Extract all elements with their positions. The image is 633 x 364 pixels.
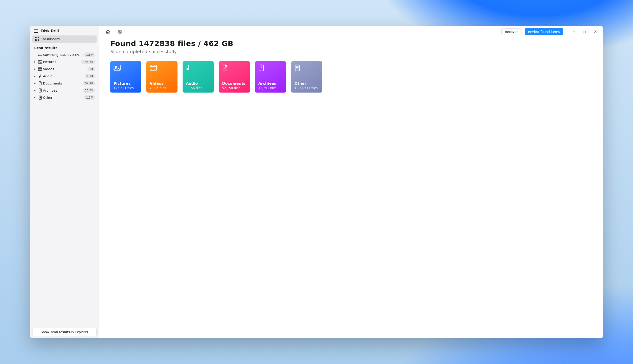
svg-point-0 bbox=[41, 54, 42, 55]
content: Found 1472838 files / 462 GB Scan comple… bbox=[99, 38, 603, 94]
archive-icon bbox=[258, 64, 283, 72]
audio-icon bbox=[37, 74, 43, 78]
sidebar-item-audio[interactable]: ▸ Audio 1.2K bbox=[32, 72, 97, 80]
sidebar: Disk Drill Dashboard Scan results ▸ Sams… bbox=[30, 26, 99, 338]
sidebar-item-label: Documents bbox=[43, 82, 83, 85]
sidebar-item-archives[interactable]: ▸ Archives 13.4K bbox=[32, 87, 97, 94]
app-title: Disk Drill bbox=[41, 29, 59, 33]
card-title: Audio bbox=[186, 81, 210, 86]
sidebar-item-badge: 13.4K bbox=[83, 88, 95, 92]
card-files: 145,531 files bbox=[113, 86, 138, 90]
sidebar-device[interactable]: ▸ Samsung SSD 970 EVO... 1.5M bbox=[32, 51, 97, 58]
sidebar-device-badge: 1.5M bbox=[84, 52, 95, 57]
document-icon bbox=[37, 81, 43, 86]
review-found-items-button[interactable]: Review found items bbox=[525, 28, 563, 35]
svg-point-2 bbox=[39, 61, 40, 62]
window-controls bbox=[569, 28, 601, 36]
sidebar-item-pictures[interactable]: ▸ Pictures 145.5K bbox=[32, 58, 97, 66]
hamburger-icon[interactable] bbox=[34, 29, 38, 33]
sidebar-item-label: Other bbox=[43, 96, 84, 100]
sidebar-item-documents[interactable]: ▸ Documents 52.2K bbox=[32, 80, 97, 87]
sidebar-item-badge: 145.5K bbox=[81, 60, 95, 64]
maximize-button[interactable] bbox=[579, 28, 590, 36]
chevron-right-icon: ▸ bbox=[33, 74, 37, 78]
check-icon bbox=[118, 30, 122, 34]
show-in-explorer-button[interactable]: Show scan results in Explorer bbox=[32, 328, 97, 336]
sidebar-item-videos[interactable]: ▸ Videos 3K bbox=[32, 66, 97, 72]
svg-rect-5 bbox=[39, 96, 42, 100]
svg-rect-6 bbox=[584, 31, 585, 33]
app-window: Disk Drill Dashboard Scan results ▸ Sams… bbox=[30, 26, 603, 338]
sidebar-item-badge: 3K bbox=[87, 67, 95, 71]
card-files: 52,158 files bbox=[222, 86, 247, 90]
card-archives[interactable]: Archives 13,391 files bbox=[255, 61, 286, 92]
home-button[interactable] bbox=[104, 28, 112, 36]
audio-icon bbox=[186, 64, 210, 72]
video-icon bbox=[37, 67, 43, 71]
chevron-right-icon: ▸ bbox=[33, 89, 37, 92]
category-cards: Pictures 145,531 files Videos 2,985 file… bbox=[110, 61, 592, 92]
picture-icon bbox=[37, 60, 43, 64]
chevron-right-icon: ▸ bbox=[33, 68, 37, 70]
picture-icon bbox=[113, 64, 138, 72]
card-title: Documents bbox=[222, 81, 247, 86]
video-icon bbox=[150, 64, 174, 72]
card-title: Archives bbox=[258, 81, 283, 86]
card-files: 2,985 files bbox=[150, 86, 174, 90]
svg-rect-9 bbox=[150, 65, 156, 70]
minimize-button[interactable] bbox=[569, 28, 579, 36]
card-other[interactable]: Other 1,257,617 files bbox=[291, 61, 322, 92]
sidebar-item-label: Pictures bbox=[43, 60, 81, 64]
nav-dashboard-label: Dashboard bbox=[42, 37, 60, 41]
card-files: 1,156 files bbox=[186, 86, 210, 90]
svg-rect-11 bbox=[295, 65, 300, 71]
sidebar-header: Disk Drill bbox=[32, 28, 97, 36]
sidebar-item-label: Archives bbox=[43, 89, 83, 92]
subhead: Scan completed successfully bbox=[110, 49, 592, 54]
toolbar: Recover Review found items bbox=[99, 26, 603, 38]
sidebar-item-label: Videos bbox=[43, 67, 87, 71]
status-indicator bbox=[116, 28, 124, 36]
sidebar-device-label: Samsung SSD 970 EVO... bbox=[43, 53, 84, 57]
sidebar-item-other[interactable]: ▸ Other 1.3M bbox=[32, 94, 97, 101]
card-pictures[interactable]: Pictures 145,531 files bbox=[110, 61, 141, 92]
svg-rect-7 bbox=[114, 65, 120, 70]
chevron-right-icon: ▸ bbox=[33, 60, 37, 63]
card-title: Pictures bbox=[113, 81, 138, 86]
sidebar-section-header: Scan results bbox=[32, 43, 97, 51]
other-icon bbox=[37, 96, 43, 100]
nav-dashboard[interactable]: Dashboard bbox=[32, 36, 97, 43]
document-icon bbox=[222, 64, 247, 72]
chevron-right-icon: ▸ bbox=[33, 82, 37, 85]
other-icon bbox=[294, 64, 319, 72]
close-button[interactable] bbox=[590, 28, 601, 36]
svg-rect-3 bbox=[39, 68, 42, 70]
headline: Found 1472838 files / 462 GB bbox=[110, 39, 592, 48]
minimize-icon bbox=[573, 30, 576, 33]
card-audio[interactable]: Audio 1,156 files bbox=[182, 61, 214, 92]
sidebar-item-badge: 1.3M bbox=[84, 95, 95, 100]
svg-rect-1 bbox=[39, 60, 42, 63]
card-videos[interactable]: Videos 2,985 files bbox=[146, 61, 177, 92]
card-files: 1,257,617 files bbox=[294, 86, 319, 90]
home-icon bbox=[106, 30, 110, 34]
card-files: 13,391 files bbox=[258, 86, 283, 90]
main-area: Recover Review found items Found 1472838… bbox=[99, 26, 603, 338]
sidebar-item-badge: 52.2K bbox=[83, 81, 95, 86]
svg-point-8 bbox=[115, 66, 116, 68]
card-title: Other bbox=[294, 81, 319, 86]
drive-icon bbox=[37, 53, 43, 56]
card-title: Videos bbox=[150, 81, 174, 86]
chevron-right-icon: ▸ bbox=[33, 96, 37, 99]
close-icon bbox=[594, 30, 597, 33]
sidebar-item-label: Audio bbox=[43, 74, 85, 78]
grid-icon bbox=[35, 37, 39, 41]
recover-button[interactable]: Recover bbox=[501, 28, 521, 35]
card-documents[interactable]: Documents 52,158 files bbox=[219, 61, 250, 92]
archive-icon bbox=[37, 88, 43, 92]
maximize-icon bbox=[583, 30, 586, 33]
sidebar-item-badge: 1.2K bbox=[85, 74, 95, 78]
